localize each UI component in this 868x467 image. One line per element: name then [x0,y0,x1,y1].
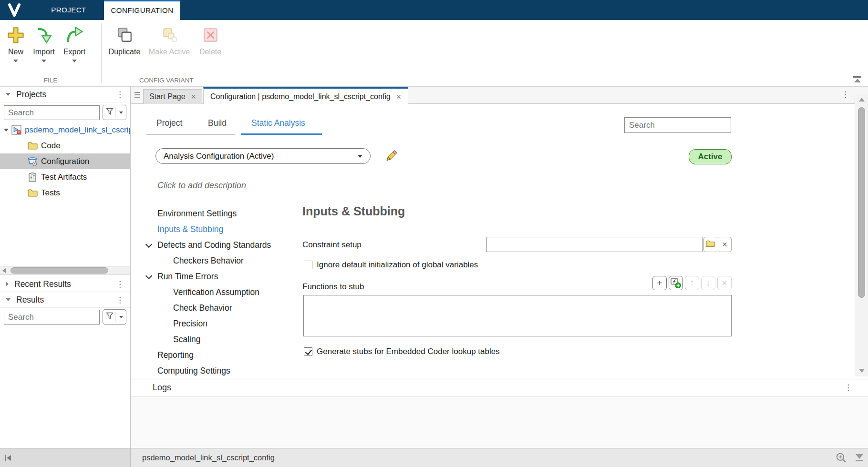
tree-item-label: Test Artifacts [41,173,87,182]
browse-folder-button[interactable] [703,237,717,252]
rename-pencil-icon[interactable] [384,149,398,162]
results-menu-icon[interactable]: ⋮ [114,296,125,304]
functions-to-stub-label: Functions to stub [302,282,364,292]
vertical-scrollbar-thumb[interactable] [858,107,865,298]
projects-filter-button[interactable] [103,105,126,120]
projects-panel-header[interactable]: Projects ⋮ [0,87,130,102]
tree-item-label: psdemo_model_link_sl_cscript_config [25,125,130,135]
tab-start-page[interactable]: Start Page × [143,89,202,104]
chevron-down-icon[interactable] [146,242,152,248]
filter-funnel-icon [105,312,114,322]
config-variant-select[interactable]: Analysis Configuration (Active) [155,148,371,164]
nav-item-reporting[interactable]: Reporting [143,349,296,361]
horizontal-scrollbar-thumb[interactable] [10,267,108,274]
titlebar-tab-project[interactable]: PROJECT [40,0,97,20]
nav-item-inputs-stubbing[interactable]: Inputs & Stubbing [143,223,296,235]
close-tab-icon[interactable]: × [191,92,196,101]
new-plus-icon [6,25,25,46]
tree-item-code[interactable]: Code [0,138,130,153]
tree-item-test-artifacts[interactable]: Test Artifacts [0,169,130,185]
ignore-default-init-checkbox[interactable]: Ignore default initialization of global … [304,260,478,270]
import-button[interactable]: Import [29,24,59,62]
nav-item-precision[interactable]: Precision [143,317,296,330]
tab-project[interactable]: Project [156,118,182,128]
collapse-bottom-panel-icon[interactable] [856,454,863,461]
main-vertical-scrollbar[interactable] [855,94,868,376]
zoom-in-icon[interactable] [836,452,847,464]
polyspace-logo-icon [7,2,22,18]
tab-bar-menu-icon[interactable]: ⋮ [840,91,851,99]
make-active-button-label: Make Active [149,48,190,56]
add-function-button[interactable] [669,276,683,290]
nav-item-scaling[interactable]: Scaling [143,333,296,345]
projects-horizontal-scrollbar[interactable] [0,266,130,275]
logs-title: Logs [153,383,843,393]
nav-item-environment-settings[interactable]: Environment Settings [143,207,296,220]
close-tab-icon[interactable]: × [396,92,402,101]
nav-item-computing-settings[interactable]: Computing Settings [143,365,296,377]
nav-item-check-behavior[interactable]: Check Behavior [143,302,296,314]
generate-stubs-checkbox[interactable]: Generate stubs for Embedded Coder lookup… [304,347,500,356]
scroll-up-arrow-icon[interactable] [855,95,868,104]
nav-item-verification-assumption[interactable]: Verification Assumption [143,286,296,298]
expand-panel-icon[interactable] [6,282,9,286]
collapse-panel-icon[interactable] [6,298,10,301]
collapse-ribbon-icon[interactable] [853,76,861,82]
description-placeholder[interactable]: Click to add description [157,181,246,191]
delete-button: Delete [194,24,227,56]
projects-menu-icon[interactable]: ⋮ [114,91,125,99]
tab-label: Configuration | psdemo_model_link_sl_csc… [210,92,391,101]
titlebar-tab-configuration[interactable]: CONFIGURATION [104,0,180,20]
duplicate-button[interactable]: Duplicate [104,24,145,56]
chevron-down-icon[interactable] [146,274,152,279]
collapse-sidebar-icon[interactable] [5,455,11,461]
active-tab-underline [241,133,322,135]
results-filter-button[interactable] [103,309,126,325]
scroll-down-arrow-icon[interactable] [855,366,868,376]
nav-label: Computing Settings [157,366,230,376]
tree-item-tests[interactable]: Tests [0,185,130,201]
new-button[interactable]: New [3,24,29,62]
checkbox-checked-icon[interactable] [304,347,312,356]
tree-expander-icon[interactable] [4,129,9,132]
tree-item-project-root[interactable]: psdemo_model_link_sl_cscript_config [0,122,130,138]
tab-static-analysis[interactable]: Static Analysis [251,118,305,128]
functions-to-stub-list[interactable] [303,295,732,336]
tab-build[interactable]: Build [208,118,227,128]
ribbon-toolstrip: New Import Export F [0,20,868,87]
document-tab-bar: Start Page × Configuration | psdemo_mode… [131,87,868,104]
results-panel-header[interactable]: Results ⋮ [0,292,130,308]
logs-panel-header[interactable]: Logs ⋮ [131,379,868,396]
nav-item-run-time-errors[interactable]: Run Time Errors [143,270,296,283]
logs-menu-icon[interactable]: ⋮ [843,384,854,392]
tab-configuration-document[interactable]: Configuration | psdemo_model_link_sl_csc… [203,87,408,104]
test-artifacts-icon [27,172,38,183]
export-dropdown-chevron-icon[interactable] [72,60,77,62]
nav-label: Run Time Errors [157,272,218,282]
export-button[interactable]: Export [59,24,90,62]
results-search-input[interactable] [4,310,100,325]
projects-search-input[interactable] [4,105,100,120]
import-dropdown-chevron-icon[interactable] [41,60,46,62]
checkbox-unchecked-icon[interactable] [304,261,312,269]
collapse-panel-icon[interactable] [6,93,10,96]
nav-item-defects-coding-standards[interactable]: Defects and Coding Standards [143,239,296,251]
duplicate-button-label: Duplicate [109,48,141,56]
scroll-left-arrow-icon[interactable] [0,266,8,274]
make-active-icon [160,25,178,46]
add-row-button[interactable]: + [652,276,667,290]
nav-label: Checkers Behavior [173,256,244,266]
section-title: Inputs & Stubbing [302,204,405,218]
tab-drag-handle-icon[interactable] [134,92,140,99]
clear-constraint-button[interactable]: × [718,237,732,252]
sidebar: Projects ⋮ psdemo_model_link_sl_cscript_… [0,87,131,448]
nav-label: Environment Settings [157,209,237,219]
tree-item-configuration[interactable]: Configuration [0,153,130,169]
recent-results-menu-icon[interactable]: ⋮ [114,280,125,288]
recent-results-panel-header[interactable]: Recent Results ⋮ [0,276,130,292]
constraint-setup-input[interactable] [486,237,703,252]
nav-label: Precision [173,319,207,329]
nav-item-checkers-behavior[interactable]: Checkers Behavior [143,254,296,267]
new-dropdown-chevron-icon[interactable] [13,60,18,62]
settings-search-input[interactable] [624,117,731,133]
